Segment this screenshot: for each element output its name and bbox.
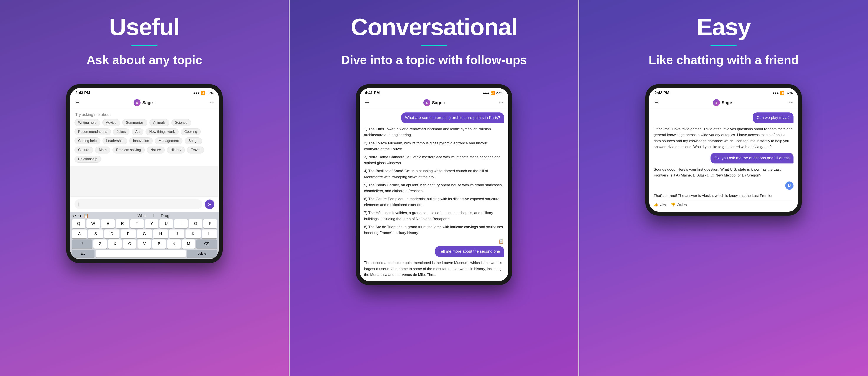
like-button[interactable]: 👍 Like <box>654 202 666 207</box>
key-k[interactable]: K <box>186 230 201 238</box>
panel-1-title: Useful <box>109 13 180 41</box>
send-btn-1[interactable]: ➤ <box>205 200 214 209</box>
key-x[interactable]: X <box>108 239 122 248</box>
chevron-3: › <box>734 101 735 104</box>
undo-icon[interactable]: ↩ <box>72 213 76 218</box>
tag-art[interactable]: Art <box>132 128 143 135</box>
menu-icon-3[interactable]: ☰ <box>654 100 659 105</box>
phone-1-frame: 2:43 PM ●●● 📶 32% ☰ S Sage › ✏ <box>66 84 223 263</box>
key-123[interactable]: tab <box>72 250 94 258</box>
key-shift[interactable]: ⇧ <box>72 239 92 248</box>
tag-jokes[interactable]: Jokes <box>113 128 129 135</box>
key-q[interactable]: Q <box>72 219 85 228</box>
key-r[interactable]: R <box>116 219 129 228</box>
user-msg-bubble-2: What are some interesting architecture p… <box>364 112 504 123</box>
tag-coding[interactable]: Coding help <box>74 137 100 144</box>
edit-icon-2[interactable]: ✏ <box>499 100 503 105</box>
followup-msg-row: Tell me more about the second one <box>364 246 504 257</box>
redo-icon[interactable]: ↪ <box>78 213 82 218</box>
app-header-3: ☰ S Sage › ✏ <box>649 97 798 109</box>
app-header-1: ☰ S Sage › ✏ <box>70 97 219 109</box>
arch-4: 4) The Basilica of Sacré-Cœur, a stunnin… <box>364 168 504 180</box>
key-return[interactable]: delete <box>187 250 217 258</box>
word-drug[interactable]: Drug <box>161 214 169 218</box>
tag-cooking[interactable]: Cooking <box>181 128 201 135</box>
key-c[interactable]: C <box>123 239 136 248</box>
tag-recommendations[interactable]: Recommendations <box>74 128 111 135</box>
key-f[interactable]: F <box>121 230 136 238</box>
bot-name-2[interactable]: Sage <box>432 100 442 105</box>
key-m[interactable]: M <box>182 239 195 248</box>
tag-writing[interactable]: Writing help <box>74 119 100 126</box>
tag-math[interactable]: Math <box>95 146 110 153</box>
key-w[interactable]: W <box>87 219 100 228</box>
wifi-1: 📶 <box>201 91 205 95</box>
tag-animals[interactable]: Animals <box>150 119 169 126</box>
panel-easy: Easy Like chatting with a friend 2:43 PM… <box>579 0 868 376</box>
arch-3: 3) Notre Dame Cathedral, a Gothic master… <box>364 154 504 166</box>
copy-icon[interactable]: 📋 <box>83 213 89 218</box>
key-j[interactable]: J <box>169 230 184 238</box>
tag-travel[interactable]: Travel <box>187 146 204 153</box>
key-n[interactable]: N <box>167 239 181 248</box>
tag-culture[interactable]: Culture <box>74 146 93 153</box>
key-i[interactable]: I <box>174 219 188 228</box>
thumb-up-icon: 👍 <box>654 202 658 207</box>
tag-management[interactable]: Management <box>155 137 183 144</box>
key-g[interactable]: G <box>137 230 152 238</box>
tag-nature[interactable]: Nature <box>147 146 165 153</box>
keyboard-row-2: A S D F G H J K L <box>72 230 217 238</box>
key-h[interactable]: H <box>153 230 168 238</box>
tag-history[interactable]: History <box>167 146 185 153</box>
time-1: 2:43 PM <box>75 91 90 95</box>
key-t[interactable]: T <box>130 219 144 228</box>
panel-2-subtitle: Dive into a topic with follow-ups <box>341 53 527 67</box>
copy-icon-2[interactable]: 📋 <box>498 239 504 244</box>
word-i[interactable]: I <box>153 214 154 218</box>
thumb-down-icon: 👎 <box>671 202 675 207</box>
tag-summaries[interactable]: Summaries <box>122 119 147 126</box>
key-o[interactable]: O <box>189 219 202 228</box>
menu-icon-1[interactable]: ☰ <box>75 100 80 105</box>
tag-relationship[interactable]: Relationship <box>74 156 101 163</box>
word-what[interactable]: What <box>137 214 147 218</box>
edit-icon-1[interactable]: ✏ <box>210 100 214 105</box>
like-dislike-bar: 👍 Like 👎 Dislike <box>654 201 794 208</box>
tag-how-things-work[interactable]: How things work <box>146 128 178 135</box>
tag-science[interactable]: Science <box>172 119 191 126</box>
key-p[interactable]: P <box>203 219 217 228</box>
text-input-1[interactable]: | <box>74 199 202 209</box>
key-d[interactable]: D <box>104 230 120 238</box>
avatar-2: S <box>423 99 430 106</box>
ai-architecture-list: 1) The Eiffel Tower, a world-renowned la… <box>364 126 504 236</box>
key-y[interactable]: Y <box>145 219 158 228</box>
header-center-3: S Sage › <box>713 99 735 106</box>
tag-problem-solving[interactable]: Problem solving <box>113 146 145 153</box>
key-space[interactable] <box>96 250 186 258</box>
arch-6: 6) The Centre Pompidou, a modernist buil… <box>364 196 504 208</box>
key-e[interactable]: E <box>101 219 115 228</box>
edit-icon-3[interactable]: ✏ <box>789 100 793 105</box>
dislike-button[interactable]: 👎 Dislike <box>671 202 687 207</box>
menu-icon-2[interactable]: ☰ <box>365 100 369 105</box>
key-v[interactable]: V <box>137 239 151 248</box>
tag-advice[interactable]: Advice <box>102 119 120 126</box>
dislike-label: Dislike <box>677 202 687 207</box>
key-z[interactable]: Z <box>93 239 107 248</box>
tag-songs[interactable]: Songs <box>185 137 202 144</box>
signal-3: ●●● <box>772 91 779 95</box>
bot-name-1[interactable]: Sage <box>142 100 153 105</box>
key-a[interactable]: A <box>72 230 87 238</box>
key-l[interactable]: L <box>202 230 217 238</box>
key-s[interactable]: S <box>88 230 103 238</box>
key-delete[interactable]: ⌫ <box>196 239 217 248</box>
tag-innovation[interactable]: Innovation <box>129 137 153 144</box>
key-b[interactable]: B <box>152 239 166 248</box>
user-msg2-row: Ok, you ask me the questions and I'll gu… <box>654 153 794 164</box>
tag-leadership[interactable]: Leadership <box>102 137 127 144</box>
bot-name-3[interactable]: Sage <box>722 100 732 105</box>
key-u[interactable]: U <box>159 219 173 228</box>
panel-3-title: Easy <box>696 13 751 41</box>
status-bar-1: 2:43 PM ●●● 📶 32% <box>70 88 219 97</box>
ai-resp3-1: Of course! I love trivia games. Trivia o… <box>654 126 794 150</box>
